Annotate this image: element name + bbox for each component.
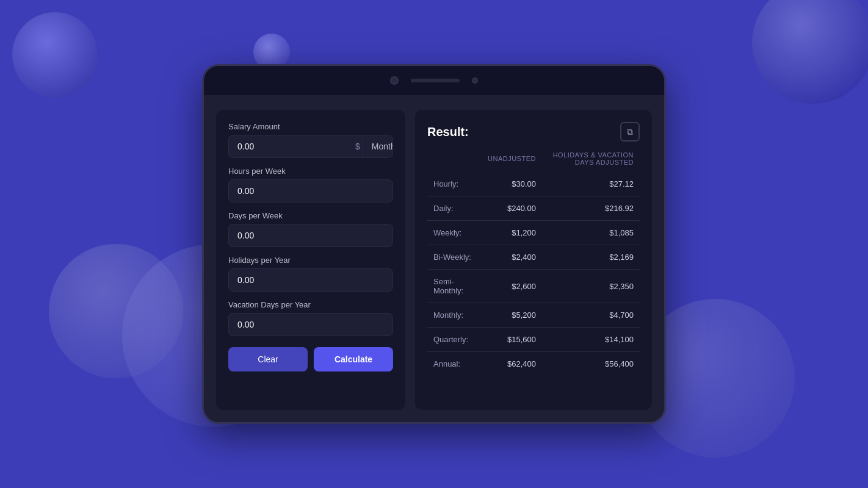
cell-unadjusted: $1,200 <box>482 221 542 245</box>
salary-input-row: $ Month <box>228 135 393 158</box>
cell-adjusted: $1,085 <box>542 221 640 245</box>
front-mic <box>472 77 478 84</box>
cell-unadjusted: $30.00 <box>482 172 542 196</box>
cell-unadjusted: $2,400 <box>482 245 542 270</box>
decorative-blob-4 <box>49 244 183 378</box>
cell-adjusted: $2,350 <box>542 270 640 303</box>
result-table: Unadjusted Holidays & Vacation Days Adju… <box>427 151 640 376</box>
cell-period: Monthly: <box>427 303 482 328</box>
table-row: Annual: $62,400 $56,400 <box>427 352 640 376</box>
tablet-content: Salary Amount $ Month Hours per Week Day… <box>204 95 664 422</box>
tablet-top-bar <box>204 66 664 95</box>
table-row: Weekly: $1,200 $1,085 <box>427 221 640 245</box>
holidays-per-year-input[interactable] <box>228 268 393 292</box>
result-table-body: Hourly: $30.00 $27.12 Daily: $240.00 $21… <box>427 172 640 376</box>
decorative-blob-1 <box>12 12 98 98</box>
result-table-head: Unadjusted Holidays & Vacation Days Adju… <box>427 151 640 172</box>
copy-button[interactable]: ⧉ <box>620 122 640 142</box>
cell-adjusted: $14,100 <box>542 328 640 352</box>
cell-period: Semi-Monthly: <box>427 270 482 303</box>
holidays-per-year-group: Holidays per Year <box>228 256 393 292</box>
cell-unadjusted: $15,600 <box>482 328 542 352</box>
table-row: Quarterly: $15,600 $14,100 <box>427 328 640 352</box>
cell-period: Bi-Weekly: <box>427 245 482 270</box>
cell-period: Daily: <box>427 196 482 221</box>
table-row: Bi-Weekly: $2,400 $2,169 <box>427 245 640 270</box>
cell-period: Hourly: <box>427 172 482 196</box>
clear-button[interactable]: Clear <box>228 347 308 371</box>
result-title: Result: <box>427 125 469 139</box>
table-row: Hourly: $30.00 $27.12 <box>427 172 640 196</box>
col-adjusted-header: Holidays & Vacation Days Adjusted <box>542 151 640 172</box>
speaker <box>411 79 460 82</box>
hours-per-week-input[interactable] <box>228 179 393 203</box>
cell-unadjusted: $5,200 <box>482 303 542 328</box>
col-unadjusted-header: Unadjusted <box>482 151 542 172</box>
vacation-days-group: Vacation Days per Year <box>228 300 393 336</box>
cell-adjusted: $27.12 <box>542 172 640 196</box>
cell-period: Weekly: <box>427 221 482 245</box>
table-row: Semi-Monthly: $2,600 $2,350 <box>427 270 640 303</box>
holidays-per-year-label: Holidays per Year <box>228 256 393 265</box>
table-row: Monthly: $5,200 $4,700 <box>427 303 640 328</box>
cell-period: Quarterly: <box>427 328 482 352</box>
period-label: Month <box>372 142 393 151</box>
hours-per-week-label: Hours per Week <box>228 167 393 176</box>
vacation-days-label: Vacation Days per Year <box>228 300 393 309</box>
cell-period: Annual: <box>427 352 482 376</box>
cell-adjusted: $4,700 <box>542 303 640 328</box>
cell-unadjusted: $2,600 <box>482 270 542 303</box>
result-table-header-row: Unadjusted Holidays & Vacation Days Adju… <box>427 151 640 172</box>
salary-unit: $ <box>353 135 363 157</box>
salary-amount-label: Salary Amount <box>228 122 393 131</box>
col-period-header <box>427 151 482 172</box>
form-buttons: Clear Calculate <box>228 347 393 371</box>
period-select-button[interactable]: Month <box>363 135 393 157</box>
days-per-week-group: Days per Week <box>228 211 393 247</box>
decorative-blob-3 <box>752 0 868 104</box>
results-panel: Result: ⧉ Unadjusted Holidays & Vacation… <box>415 110 652 410</box>
tablet-device: Salary Amount $ Month Hours per Week Day… <box>202 64 666 424</box>
salary-amount-group: Salary Amount $ Month <box>228 122 393 158</box>
vacation-days-input[interactable] <box>228 313 393 336</box>
result-header: Result: ⧉ <box>427 122 640 142</box>
calculate-button[interactable]: Calculate <box>314 347 393 371</box>
cell-adjusted: $216.92 <box>542 196 640 221</box>
salary-amount-input[interactable] <box>229 135 353 157</box>
copy-icon: ⧉ <box>627 127 633 137</box>
hours-per-week-group: Hours per Week <box>228 167 393 203</box>
cell-adjusted: $56,400 <box>542 352 640 376</box>
days-per-week-label: Days per Week <box>228 211 393 220</box>
table-row: Daily: $240.00 $216.92 <box>427 196 640 221</box>
calculator-form: Salary Amount $ Month Hours per Week Day… <box>216 110 405 410</box>
cell-unadjusted: $62,400 <box>482 352 542 376</box>
days-per-week-input[interactable] <box>228 224 393 247</box>
front-camera <box>390 76 399 85</box>
cell-unadjusted: $240.00 <box>482 196 542 221</box>
cell-adjusted: $2,169 <box>542 245 640 270</box>
